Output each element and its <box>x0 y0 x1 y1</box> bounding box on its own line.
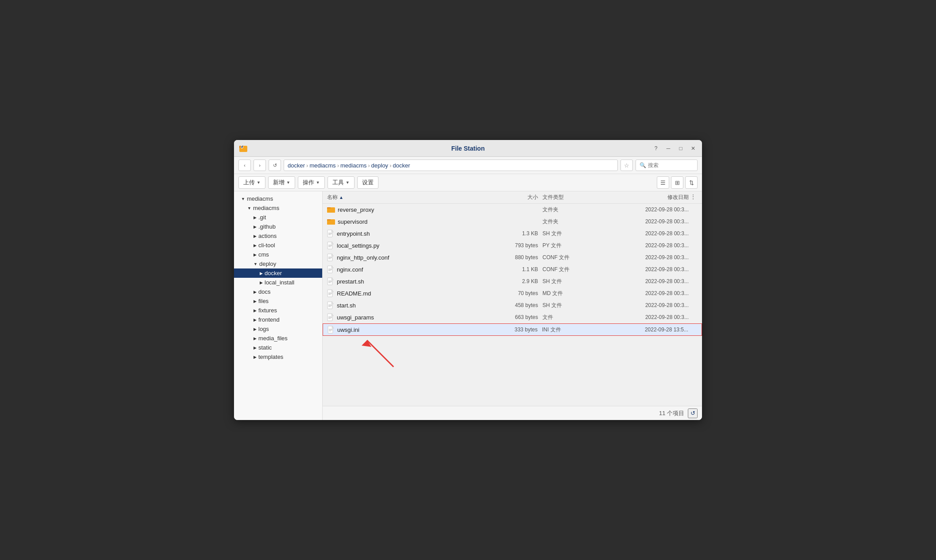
sidebar-item-local-install[interactable]: ▶ local_install <box>234 278 322 287</box>
sidebar-item-mediacms-root[interactable]: ▼ mediacms <box>234 194 322 203</box>
sidebar: ▼ mediacms ▼ mediacms ▶ .git ▶ .github ▶… <box>234 191 323 420</box>
search-box[interactable]: 🔍 <box>636 159 698 171</box>
new-label: 新增 <box>273 179 285 187</box>
sidebar-item-label: files <box>258 298 269 304</box>
expand-arrow: ▶ <box>254 299 257 303</box>
sidebar-item-docker[interactable]: ▶ docker <box>234 268 322 278</box>
expand-arrow: ▶ <box>254 253 257 257</box>
sidebar-item-mediacms-sub[interactable]: ▼ mediacms <box>234 203 322 213</box>
expand-arrow: ▼ <box>247 206 251 210</box>
main-panel-wrapper: 名称 ▲ 大小 文件类型 修改日期 ⋮ <box>323 191 702 420</box>
window-title: File Station <box>451 145 484 152</box>
file-row[interactable]: entrypoint.sh 1.3 KB SH 文件 2022-09-28 00… <box>323 228 702 240</box>
sidebar-item-cli-tool[interactable]: ▶ cli-tool <box>234 241 322 250</box>
bookmark-button[interactable]: ☆ <box>620 159 633 171</box>
table-header: 名称 ▲ 大小 文件类型 修改日期 ⋮ <box>323 191 702 204</box>
col-type-header[interactable]: 文件类型 <box>538 194 600 201</box>
col-size-header[interactable]: 大小 <box>485 194 538 201</box>
sidebar-item-deploy[interactable]: ▼ deploy <box>234 259 322 268</box>
file-row[interactable]: reverse_proxy 文件夹 2022-09-28 00:3... <box>323 204 702 216</box>
file-icon <box>327 313 334 321</box>
sidebar-item-label: mediacms <box>253 205 279 211</box>
sidebar-item-label: deploy <box>259 261 276 267</box>
file-name-cell: entrypoint.sh <box>327 229 485 237</box>
sidebar-item-label: .git <box>258 214 266 221</box>
sidebar-item-label: cli-tool <box>258 242 275 249</box>
file-name-cell: nginx.conf <box>327 265 485 273</box>
sidebar-item-logs[interactable]: ▶ logs <box>234 324 322 334</box>
expand-arrow: ▶ <box>254 327 257 331</box>
settings-button[interactable]: 设置 <box>357 176 378 189</box>
action-arrow: ▼ <box>316 180 320 185</box>
file-name-cell: uwsgi_params <box>327 313 485 321</box>
tools-button[interactable]: 工具 ▼ <box>328 176 355 189</box>
upload-button[interactable]: 上传 ▼ <box>238 176 265 189</box>
folder-icon <box>327 218 335 226</box>
col-name-header[interactable]: 名称 ▲ <box>327 194 485 201</box>
sidebar-item-fixtures[interactable]: ▶ fixtures <box>234 306 322 315</box>
sort-button[interactable]: ⇅ <box>685 176 698 189</box>
file-row[interactable]: README.md 70 bytes MD 文件 2022-09-28 00:3… <box>323 288 702 299</box>
view-controls: ☰ ⊞ ⇅ <box>657 176 698 189</box>
sidebar-item-label: .github <box>258 223 276 230</box>
sidebar-item-github[interactable]: ▶ .github <box>234 222 322 231</box>
forward-button[interactable]: › <box>254 159 266 171</box>
sidebar-item-docs[interactable]: ▶ docs <box>234 287 322 296</box>
sidebar-item-cms[interactable]: ▶ cms <box>234 250 322 259</box>
svg-marker-48 <box>362 340 371 347</box>
path-part-1: docker <box>288 162 305 169</box>
search-input[interactable] <box>648 162 694 168</box>
new-button[interactable]: 新增 ▼ <box>268 176 295 189</box>
path-part-3: mediacms <box>340 162 367 169</box>
file-row[interactable]: prestart.sh 2.9 KB SH 文件 2022-09-28 00:3… <box>323 276 702 288</box>
file-row-uwsgi-ini[interactable]: uwsgi.ini 333 bytes INI 文件 2022-09-28 13… <box>323 323 702 336</box>
file-row[interactable]: nginx.conf 1.1 KB CONF 文件 2022-09-28 00:… <box>323 264 702 276</box>
refresh-button[interactable]: ↺ <box>269 159 281 171</box>
sidebar-item-label: static <box>258 344 272 351</box>
sidebar-item-actions[interactable]: ▶ actions <box>234 231 322 241</box>
file-row[interactable]: local_settings.py 793 bytes PY 文件 2022-0… <box>323 240 702 252</box>
sidebar-item-label: mediacms <box>247 195 273 202</box>
file-name-cell: prestart.sh <box>327 277 485 285</box>
svg-rect-7 <box>327 208 335 213</box>
sidebar-item-static[interactable]: ▶ static <box>234 343 322 352</box>
sidebar-item-media-files[interactable]: ▶ media_files <box>234 334 322 343</box>
upload-arrow: ▼ <box>257 180 261 185</box>
maximize-button[interactable]: □ <box>676 144 685 153</box>
col-date-header[interactable]: 修改日期 <box>600 194 689 201</box>
expand-arrow: ▶ <box>254 308 257 313</box>
help-button[interactable]: ? <box>651 144 660 153</box>
sidebar-item-files[interactable]: ▶ files <box>234 296 322 306</box>
file-row[interactable]: start.sh 458 bytes SH 文件 2022-09-28 00:3… <box>323 299 702 311</box>
action-button[interactable]: 操作 ▼ <box>298 176 325 189</box>
item-count: 11 个项目 <box>659 409 684 417</box>
file-name-cell: README.md <box>327 289 485 297</box>
sidebar-item-git[interactable]: ▶ .git <box>234 213 322 222</box>
sidebar-item-label: logs <box>258 326 269 332</box>
content-area: ▼ mediacms ▼ mediacms ▶ .git ▶ .github ▶… <box>234 191 702 420</box>
list-view-button[interactable]: ☰ <box>657 176 669 189</box>
file-icon <box>327 277 334 285</box>
annotation-area <box>323 336 702 371</box>
back-button[interactable]: ‹ <box>238 159 251 171</box>
sidebar-item-label: actions <box>258 233 277 239</box>
minimize-button[interactable]: ─ <box>664 144 673 153</box>
file-row[interactable]: supervisord 文件夹 2022-09-28 00:3... <box>323 216 702 228</box>
path-sep-1: › <box>306 162 308 169</box>
expand-arrow: ▶ <box>254 234 257 238</box>
sidebar-item-templates[interactable]: ▶ templates <box>234 352 322 362</box>
status-refresh-button[interactable]: ↺ <box>688 408 698 418</box>
view-toggle-button[interactable]: ⊞ <box>671 176 683 189</box>
path-bar[interactable]: docker › mediacms › mediacms › deploy › … <box>284 159 618 171</box>
path-sep-2: › <box>337 162 339 169</box>
red-arrow-annotation <box>358 336 429 371</box>
sidebar-item-frontend[interactable]: ▶ frontend <box>234 315 322 324</box>
file-row[interactable]: nginx_http_only.conf 880 bytes CONF 文件 2… <box>323 252 702 264</box>
action-label: 操作 <box>303 179 314 187</box>
close-button[interactable]: ✕ <box>689 144 698 153</box>
file-station-window: File Station ? ─ □ ✕ ‹ › ↺ docker › medi… <box>234 140 702 420</box>
sidebar-item-label: docker <box>265 270 282 276</box>
file-icon <box>328 326 335 334</box>
file-name-cell: nginx_http_only.conf <box>327 253 485 261</box>
file-row[interactable]: uwsgi_params 663 bytes 文件 2022-09-28 00:… <box>323 311 702 323</box>
